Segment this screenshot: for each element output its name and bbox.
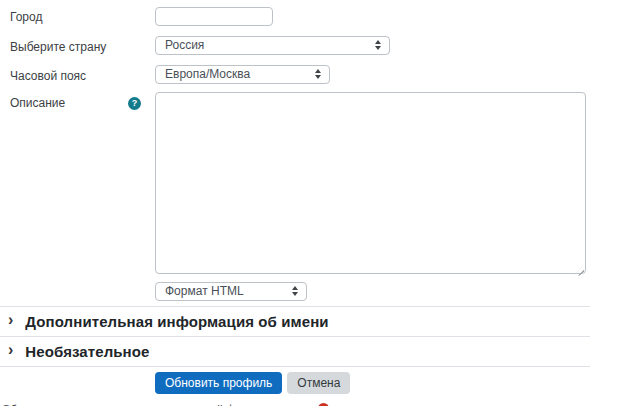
city-input[interactable] <box>155 7 273 26</box>
help-icon[interactable]: ? <box>128 97 141 110</box>
select-arrows-icon <box>375 40 381 50</box>
description-label: Описание <box>10 96 65 110</box>
section-title: Необязательное <box>25 343 149 360</box>
select-arrows-icon <box>292 286 298 296</box>
chevron-right-icon: › <box>8 312 13 328</box>
cancel-button[interactable]: Отмена <box>287 372 350 394</box>
country-select[interactable]: Россия <box>155 36 390 55</box>
timezone-select-value: Европа/Москва <box>165 67 250 81</box>
section-divider <box>0 366 590 367</box>
country-select-value: Россия <box>165 38 204 52</box>
description-textarea[interactable] <box>155 92 586 274</box>
format-select[interactable]: Формат HTML <box>155 282 307 301</box>
section-optional[interactable]: › Необязательное <box>0 336 590 366</box>
country-field-row: Выберите страну Россия <box>0 36 590 55</box>
update-profile-button[interactable]: Обновить профиль <box>155 372 282 394</box>
collapsible-sections: › Дополнительная информация об имени › Н… <box>0 306 590 367</box>
timezone-label: Часовой пояс <box>10 69 86 83</box>
format-select-value: Формат HTML <box>165 284 244 298</box>
format-row: Формат HTML <box>155 282 590 301</box>
timezone-field-row: Часовой пояс Европа/Москва <box>0 65 590 84</box>
required-note-text: Обязательные для заполнения поля в этой … <box>2 403 315 406</box>
section-additional-names[interactable]: › Дополнительная информация об имени <box>0 306 590 336</box>
city-field-row: Город <box>0 6 590 26</box>
section-title: Дополнительная информация об имени <box>25 313 328 330</box>
form-actions: Обновить профиль Отмена <box>0 372 590 394</box>
chevron-right-icon: › <box>8 342 13 358</box>
timezone-select[interactable]: Европа/Москва <box>155 65 330 84</box>
city-label: Город <box>10 10 42 24</box>
required-note-suffix: . <box>332 403 335 406</box>
country-label: Выберите страну <box>10 40 106 54</box>
required-fields-note: Обязательные для заполнения поля в этой … <box>0 403 590 406</box>
description-field-row: Описание ? Формат HTML <box>0 92 590 301</box>
profile-edit-form: Город Выберите страну Россия Часовой поя… <box>0 6 590 406</box>
select-arrows-icon <box>315 69 321 79</box>
